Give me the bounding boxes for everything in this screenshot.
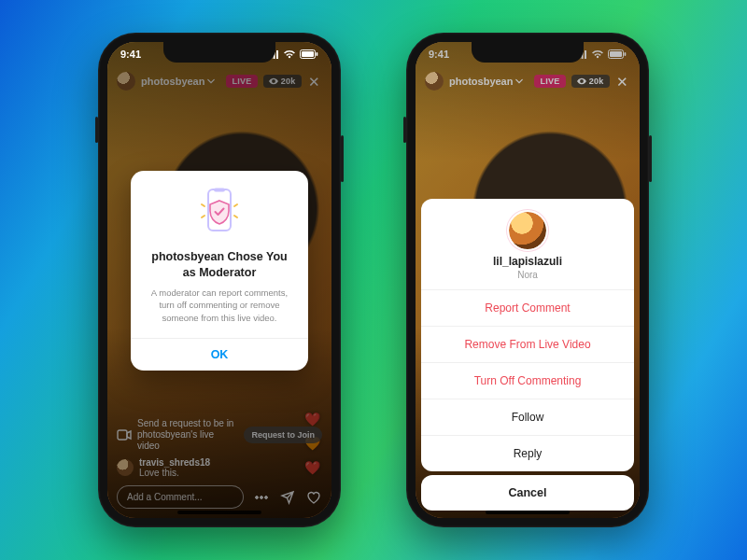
target-display-name: Nora [430,270,625,280]
target-user-avatar[interactable] [509,212,546,249]
moderator-shield-icon [199,188,240,240]
stage: 9:41 photosbyean LIVE 20k [0,0,747,560]
phone-right: 9:41 photosbyean LIVE 20k [406,33,649,527]
action-sheet-item[interactable]: Reply [421,435,634,471]
modal-ok-button[interactable]: OK [131,338,308,371]
action-sheet-item[interactable]: Remove From Live Video [421,326,634,362]
moderator-modal: photosbyean Chose You as Moderator A mod… [131,171,308,371]
action-sheet: lil_lapislazuli Nora Report CommentRemov… [421,199,634,471]
screen-right: 9:41 photosbyean LIVE 20k [416,42,640,518]
wifi-icon [283,49,296,59]
svg-rect-1 [302,51,314,57]
action-sheet-item[interactable]: Turn Off Commenting [421,362,634,399]
device-notch [472,42,584,63]
device-notch [163,42,275,63]
modal-title: photosbyean Chose You as Moderator [146,249,293,281]
action-sheet-cancel-button[interactable]: Cancel [421,475,634,511]
screen-left: 9:41 photosbyean LIVE 20k [107,42,331,518]
action-sheet-item[interactable]: Report Comment [421,289,634,326]
svg-rect-2 [317,52,318,56]
home-indicator[interactable] [486,511,570,514]
battery-icon [300,49,318,59]
status-time: 9:41 [120,49,141,60]
action-sheet-item[interactable]: Follow [421,399,634,435]
target-username: lil_lapislazuli [430,255,625,268]
phone-left: 9:41 photosbyean LIVE 20k [98,33,341,527]
modal-description: A moderator can report comments, turn of… [146,287,293,325]
action-sheet-wrap: lil_lapislazuli Nora Report CommentRemov… [416,42,640,518]
home-indicator[interactable] [177,511,261,514]
action-sheet-header: lil_lapislazuli Nora [421,199,634,289]
svg-rect-4 [214,188,225,191]
